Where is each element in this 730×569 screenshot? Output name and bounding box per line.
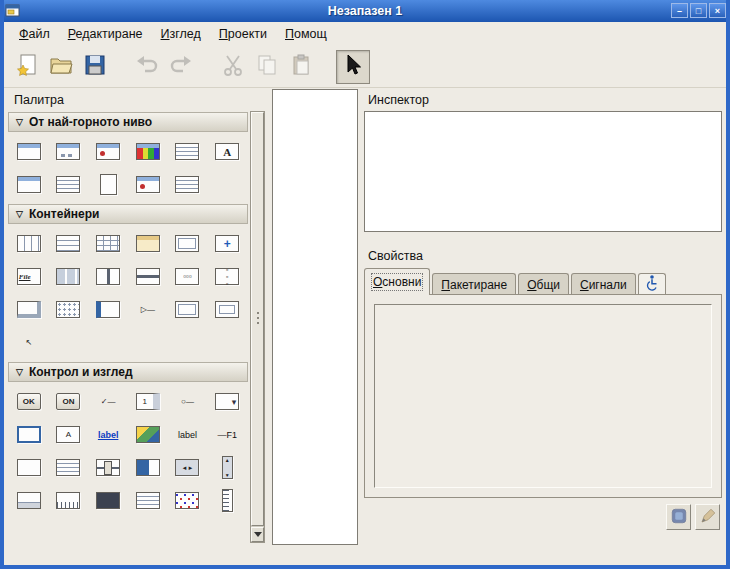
palette-item-button[interactable]: OK bbox=[9, 388, 49, 415]
maximize-button[interactable]: □ bbox=[690, 3, 707, 18]
palette-item-expander[interactable]: ▷— bbox=[128, 296, 168, 323]
palette-section-header-1[interactable]: ▽Контейнери bbox=[8, 204, 248, 224]
palette-scrollbar[interactable] bbox=[250, 111, 265, 543]
cut-button[interactable] bbox=[216, 50, 250, 84]
menu-edit[interactable]: Редактиране bbox=[59, 24, 152, 44]
palette-item-combo-box[interactable]: ▾ bbox=[207, 388, 247, 415]
palette-item-toggle-button[interactable]: ON bbox=[49, 388, 89, 415]
palette-item-progress-bar[interactable] bbox=[128, 454, 168, 481]
palette-item-statusbar[interactable] bbox=[9, 487, 49, 514]
palette-item-hbutton-box[interactable]: ▫▫▫ bbox=[168, 263, 208, 290]
palette-section-header-0[interactable]: ▽От най-горното ниво bbox=[8, 112, 248, 132]
palette-item-recent-chooser-dialog[interactable] bbox=[128, 171, 168, 198]
info-button[interactable] bbox=[666, 504, 691, 530]
palette-item-check-button[interactable]: ✓— bbox=[88, 388, 128, 415]
file-selection-dialog-icon bbox=[175, 143, 199, 160]
palette-item-menubar[interactable]: File bbox=[9, 263, 49, 290]
palette-item-label[interactable]: label bbox=[168, 421, 208, 448]
pointer-button[interactable] bbox=[336, 50, 370, 84]
tab-accessibility[interactable] bbox=[638, 273, 666, 295]
palette-item-assistant[interactable] bbox=[168, 171, 208, 198]
palette-item-vbox[interactable] bbox=[49, 230, 89, 257]
menu-help[interactable]: Помощ bbox=[276, 24, 336, 44]
palette-item-spin-button[interactable]: 1 bbox=[128, 388, 168, 415]
toggle-button-icon: ON bbox=[56, 393, 80, 410]
palette-item-radio-button[interactable]: ○— bbox=[168, 388, 208, 415]
tab-common[interactable]: Общи bbox=[518, 273, 569, 295]
menu-projects[interactable]: Проекти bbox=[210, 24, 276, 44]
font-selection-dialog-icon: A bbox=[215, 143, 239, 160]
paste-button[interactable] bbox=[284, 50, 318, 84]
palette-item-toolbar[interactable] bbox=[49, 263, 89, 290]
palette-item-handle-box[interactable] bbox=[88, 296, 128, 323]
palette-item-tree-view[interactable] bbox=[128, 487, 168, 514]
menu-view[interactable]: Изглед bbox=[152, 24, 210, 44]
palette-item-window[interactable] bbox=[9, 138, 49, 165]
tab-packing[interactable]: Пакетиране bbox=[432, 273, 516, 295]
palette-item-icon-view[interactable] bbox=[168, 487, 208, 514]
palette-item-layout[interactable] bbox=[49, 296, 89, 323]
progress-bar-icon bbox=[136, 459, 160, 476]
palette-item-viewport[interactable]: + bbox=[207, 230, 247, 257]
copy-icon bbox=[255, 53, 279, 80]
palette-item-input-dialog[interactable] bbox=[9, 171, 49, 198]
tab-general[interactable]: Основни bbox=[364, 268, 430, 295]
scrollbar-down-button[interactable] bbox=[251, 527, 264, 542]
hscale-icon bbox=[96, 459, 120, 476]
palette-item-hpaned[interactable] bbox=[128, 263, 168, 290]
palette-item-vbutton-box[interactable]: ▫▫▫ bbox=[207, 263, 247, 290]
palette-item-frame[interactable] bbox=[168, 230, 208, 257]
palette-item-about-dialog[interactable] bbox=[88, 171, 128, 198]
palette-item-alignment[interactable]: ↖ bbox=[9, 329, 49, 356]
palette-item-combo-box-entry[interactable]: A bbox=[49, 421, 89, 448]
drawing-area-icon bbox=[96, 492, 120, 509]
palette-item-file-selection-dialog[interactable] bbox=[168, 138, 208, 165]
palette-item-aspect-frame[interactable] bbox=[207, 296, 247, 323]
palette-item-hbox[interactable] bbox=[9, 230, 49, 257]
open-button[interactable] bbox=[44, 50, 78, 84]
palette-item-color-selection-dialog[interactable] bbox=[128, 138, 168, 165]
palette-item-table[interactable] bbox=[88, 230, 128, 257]
palette-item-file-chooser-dialog[interactable] bbox=[49, 171, 89, 198]
palette-item-scrolled-window[interactable] bbox=[9, 296, 49, 323]
palette-item-text-entry[interactable] bbox=[9, 454, 49, 481]
tab-signals[interactable]: Сигнали bbox=[571, 273, 636, 295]
scrollbar-thumb[interactable] bbox=[251, 112, 264, 526]
palette-item-text-view[interactable] bbox=[49, 454, 89, 481]
minimize-button[interactable]: – bbox=[671, 3, 688, 18]
edit-button[interactable] bbox=[695, 504, 720, 530]
redo-button[interactable] bbox=[164, 50, 198, 84]
inspector-panel[interactable] bbox=[364, 111, 722, 232]
palette-item-vpaned[interactable] bbox=[88, 263, 128, 290]
tree-view-icon bbox=[136, 492, 160, 509]
save-button[interactable] bbox=[78, 50, 112, 84]
text-view-icon bbox=[56, 459, 80, 476]
text-entry-icon bbox=[17, 459, 41, 476]
palette-item-dialog[interactable] bbox=[49, 138, 89, 165]
app-window-icon bbox=[5, 3, 20, 18]
palette-item-event-box[interactable] bbox=[168, 296, 208, 323]
titlebar[interactable]: Незапазен 1 – □ × bbox=[0, 0, 730, 22]
palette-item-font-selection-dialog[interactable]: A bbox=[207, 138, 247, 165]
palette-item-notebook[interactable] bbox=[128, 230, 168, 257]
workspace[interactable] bbox=[272, 89, 358, 545]
palette-item-vscrollbar[interactable] bbox=[207, 454, 247, 481]
close-button[interactable]: × bbox=[709, 3, 726, 18]
palette-item-hscale[interactable] bbox=[88, 454, 128, 481]
palette-item-entry[interactable] bbox=[9, 421, 49, 448]
main-area: Палитра ▽От най-горното нивоA▽Контейнери… bbox=[4, 88, 726, 565]
palette-item-drawing-area[interactable] bbox=[88, 487, 128, 514]
palette-section-header-2[interactable]: ▽Контрол и изглед bbox=[8, 362, 248, 382]
palette-item-link-button[interactable]: label bbox=[88, 421, 128, 448]
palette-item-image[interactable] bbox=[128, 421, 168, 448]
new-button[interactable] bbox=[10, 50, 44, 84]
palette-item-message-dialog[interactable] bbox=[88, 138, 128, 165]
recent-chooser-dialog-icon bbox=[136, 176, 160, 193]
undo-button[interactable] bbox=[130, 50, 164, 84]
palette-item-accel-label[interactable]: —F1 bbox=[207, 421, 247, 448]
copy-button[interactable] bbox=[250, 50, 284, 84]
palette-item-hruler[interactable] bbox=[49, 487, 89, 514]
palette-item-hscrollbar[interactable]: ◄► bbox=[168, 454, 208, 481]
palette-item-vruler[interactable] bbox=[207, 487, 247, 514]
menu-file[interactable]: Файл bbox=[10, 24, 59, 44]
